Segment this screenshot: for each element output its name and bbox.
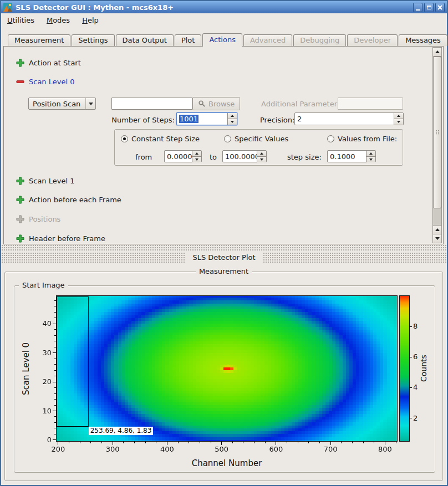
y-axis-minor-tick [54,399,56,400]
additional-parameter-label: Additional Parameter: [261,100,339,108]
spin-down-icon[interactable] [257,156,266,162]
tab-data-output[interactable]: Data Output [116,34,174,46]
vertical-scrollbar[interactable] [432,47,442,243]
menu-modes[interactable]: Modes [40,13,76,28]
tab-actions[interactable]: Actions [202,33,242,47]
scan-file-input[interactable] [111,98,192,110]
arrow-up-icon [435,226,440,231]
browse-label: Browse [208,100,235,108]
tab-plot[interactable]: Plot [175,34,202,46]
x-axis-minor-tick [232,442,233,443]
radio-specific-values[interactable]: Specific Values [224,135,288,143]
x-axis-minor-tick [319,442,320,443]
x-axis-minor-tick [243,442,243,443]
menu-help-label: Help [82,16,99,24]
scroll-up-button[interactable] [433,48,441,57]
menu-utilities[interactable]: Utilities [1,13,40,28]
number-of-steps-value: 1001 [179,115,198,123]
y-axis-tick-label: 20 [33,377,52,386]
action-before-each-frame-toggle[interactable]: Action before each Frame [16,195,121,204]
step-size-label: step size: [287,153,322,161]
spin-down-icon[interactable] [228,119,237,125]
colorbar-tick-label: 2 [413,414,424,423]
arrow-down-icon [435,237,440,242]
cursor-readout: 253.69, 4.86, 1.83 [89,427,154,435]
tab-measurement[interactable]: Measurement [8,34,70,46]
precision-value: 2 [295,113,394,125]
x-axis-minor-tick [396,442,396,443]
maximize-button[interactable] [424,3,434,12]
radio-icon [327,135,334,142]
tab-settings[interactable]: Settings [72,34,114,46]
x-axis-minor-tick [287,442,287,443]
action-at-start-toggle[interactable]: Action at Start [16,58,81,67]
x-axis-minor-tick [189,442,189,443]
close-button[interactable] [435,3,445,12]
from-label: from [135,153,152,161]
titlebar[interactable]: SLS Detector GUI : Mythen - mcs6x18+ [1,1,447,13]
y-axis-minor-tick [54,300,56,301]
colorbar-tick [410,357,412,357]
y-axis-tick-label: 10 [33,407,52,416]
menu-help[interactable]: Help [76,13,105,28]
minimize-button[interactable] [413,3,422,12]
start-image-group: Start Image Channel Number Scan Level 0 … [14,285,435,473]
radio-label: Specific Values [235,135,288,143]
spin-down-icon[interactable] [192,156,201,162]
y-axis-tick [53,411,56,411]
from-spinner[interactable]: 0.0000 [164,150,202,162]
heatmap-canvas[interactable] [57,296,397,441]
radio-constant-step-size[interactable]: Constant Step Size [121,135,200,143]
radio-values-from-file[interactable]: Values from File: [327,135,397,143]
chevron-down-icon [85,98,95,109]
step-size-spinner[interactable]: 0.1000 [327,150,376,162]
spinner-arrows[interactable] [257,151,266,162]
browse-button: Browse [192,97,240,110]
to-spinner[interactable]: 100.0000 [222,150,267,162]
precision-spinner[interactable]: 2 [294,112,404,125]
spin-down-icon[interactable] [394,119,403,125]
spin-down-icon[interactable] [366,156,375,162]
spinner-arrows[interactable] [192,151,201,162]
number-of-steps-spinner[interactable]: 1001 [176,112,237,125]
plus-icon [16,196,24,204]
x-axis-minor-tick [363,442,364,443]
spin-up-icon[interactable] [257,151,266,156]
scan-level-1-toggle[interactable]: Scan Level 1 [16,176,74,185]
scrollbar-thumb[interactable] [433,57,441,208]
plot-dock-titlebar[interactable]: SLS Detector Plot [1,252,447,263]
radio-label: Values from File: [338,135,397,143]
plus-icon [16,59,24,67]
tab-messages[interactable]: Messages [399,34,447,46]
spin-up-icon[interactable] [366,151,375,156]
spinner-arrows[interactable] [394,113,403,125]
x-axis-tick-label: 300 [101,445,124,454]
colorbar-tick [410,387,412,388]
x-axis-tick-label: 800 [374,445,396,454]
scan-level-0-toggle[interactable]: Scan Level 0 [16,77,74,86]
spin-up-icon[interactable] [192,151,201,156]
measurement-group: Measurement Start Image Channel Number S… [4,272,443,481]
step-mode-groupbox: Constant Step Size Specific Values Value… [114,129,403,166]
colorbar-tick [410,418,412,418]
spin-up-icon[interactable] [228,113,237,119]
radio-icon [224,135,231,142]
radio-checked-icon [121,135,128,142]
x-axis-minor-tick [145,442,146,443]
x-axis-tick-label: 500 [211,445,233,454]
x-axis-minor-tick [90,442,91,443]
action-row-label: Scan Level 0 [29,78,74,86]
minus-icon [16,78,24,86]
precision-label: Precision: [260,116,294,124]
scroll-down-button[interactable] [433,234,441,243]
y-axis-tick [53,439,56,440]
spinner-arrows[interactable] [227,113,237,125]
scan-mode-select[interactable]: Position Scan [28,98,96,110]
splitter-handle[interactable] [1,244,447,251]
scroll-up-button-bottom[interactable] [433,225,441,234]
header-before-frame-toggle[interactable]: Header before Frame [16,234,105,243]
y-axis-minor-tick [54,318,56,318]
spinner-arrows[interactable] [366,151,375,162]
maximize-icon [427,6,431,9]
spin-up-icon[interactable] [394,113,403,119]
